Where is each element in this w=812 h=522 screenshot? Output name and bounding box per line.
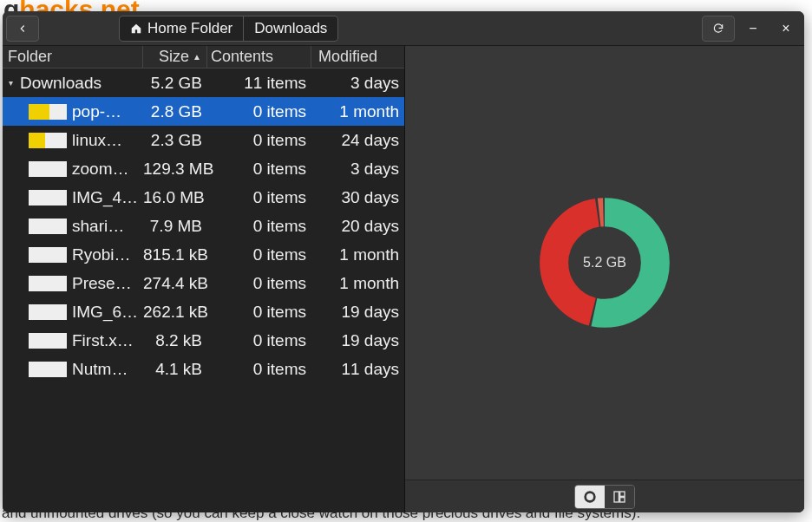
row-contents: 0 items — [207, 274, 311, 293]
row-size: 16.0 MB — [143, 188, 207, 207]
row-modified: 1 month — [311, 245, 404, 264]
chevron-left-icon — [16, 23, 29, 35]
close-button[interactable]: × — [771, 16, 801, 42]
row-size: 8.2 kB — [143, 331, 207, 350]
row-contents: 0 items — [207, 360, 311, 379]
titlebar: Home Folder Downloads − × — [3, 11, 804, 46]
row-size: 2.8 GB — [143, 102, 207, 121]
col-folder[interactable]: Folder — [3, 46, 143, 68]
col-size[interactable]: Size ▲ — [143, 46, 207, 68]
size-swatch — [29, 161, 67, 177]
row-contents: 0 items — [207, 160, 311, 179]
treemap-icon — [612, 490, 626, 504]
view-toggle — [574, 485, 635, 509]
row-contents: 0 items — [207, 217, 311, 236]
row-contents: 0 items — [207, 303, 311, 322]
row-modified: 19 days — [311, 303, 404, 322]
row-contents: 0 items — [207, 131, 311, 150]
col-contents[interactable]: Contents — [207, 46, 311, 68]
row-modified: 20 days — [311, 217, 404, 236]
minimize-button[interactable]: − — [738, 16, 768, 42]
view-toolbar — [405, 480, 804, 512]
row-name: linux… — [72, 131, 122, 150]
table-row[interactable]: shari…7.9 MB0 items20 days — [3, 212, 404, 240]
row-name: Prese… — [72, 274, 132, 293]
row-contents: 0 items — [207, 188, 311, 207]
size-swatch — [29, 190, 67, 206]
breadcrumb-downloads[interactable]: Downloads — [244, 16, 337, 41]
ring-icon — [583, 490, 597, 504]
rows-container: ▾ Downloads 5.2 GB 11 items 3 days pop-…… — [3, 69, 404, 512]
column-headers: Folder Size ▲ Contents Modified — [3, 46, 404, 69]
home-icon — [130, 23, 142, 35]
row-size: 2.3 GB — [143, 131, 207, 150]
svg-rect-1 — [614, 492, 619, 502]
back-button[interactable] — [6, 16, 39, 42]
treemap-view-button[interactable] — [605, 486, 634, 508]
row-modified: 24 days — [311, 131, 404, 150]
row-modified: 3 days — [311, 160, 404, 179]
size-swatch — [29, 133, 67, 148]
row-size: 5.2 GB — [143, 74, 207, 93]
parent-row[interactable]: ▾ Downloads 5.2 GB 11 items 3 days — [3, 69, 404, 97]
col-size-label: Size — [159, 48, 189, 66]
row-name: zoom… — [72, 160, 128, 179]
chart-area: 5.2 GB — [405, 46, 804, 480]
svg-rect-2 — [620, 492, 625, 496]
disk-usage-window: Home Folder Downloads − × Folder Size ▲ … — [3, 11, 804, 512]
size-swatch — [29, 276, 67, 291]
table-row[interactable]: zoom…129.3 MB0 items3 days — [3, 154, 404, 183]
row-name: First.x… — [72, 331, 134, 350]
refresh-button[interactable] — [702, 16, 735, 42]
row-name: Downloads — [20, 74, 102, 93]
ring-view-button[interactable] — [575, 486, 605, 508]
row-size: 262.1 kB — [143, 303, 207, 322]
table-row[interactable]: First.x…8.2 kB0 items19 days — [3, 326, 404, 355]
row-name: Ryobi… — [72, 245, 131, 264]
chart-pane: 5.2 GB — [405, 46, 804, 512]
row-modified: 1 month — [311, 102, 404, 121]
table-row[interactable]: pop-…2.8 GB0 items1 month — [3, 97, 404, 126]
row-size: 815.1 kB — [143, 245, 207, 264]
row-contents: 0 items — [207, 102, 311, 121]
row-size: 129.3 MB — [143, 160, 207, 179]
table-row[interactable]: Ryobi…815.1 kB0 items1 month — [3, 240, 404, 269]
size-swatch — [29, 304, 67, 320]
table-row[interactable]: IMG_4…16.0 MB0 items30 days — [3, 183, 404, 212]
table-row[interactable]: Prese…274.4 kB0 items1 month — [3, 269, 404, 297]
expand-icon[interactable]: ▾ — [6, 78, 15, 88]
row-contents: 0 items — [207, 331, 311, 350]
sort-indicator-icon: ▲ — [193, 52, 201, 62]
row-size: 7.9 MB — [143, 217, 207, 236]
row-contents: 0 items — [207, 245, 311, 264]
table-row[interactable]: linux…2.3 GB0 items24 days — [3, 126, 404, 154]
refresh-icon — [712, 23, 724, 35]
breadcrumb-home[interactable]: Home Folder — [120, 16, 244, 41]
col-modified[interactable]: Modified — [311, 46, 404, 68]
row-name: IMG_6… — [72, 303, 138, 322]
row-size: 274.4 kB — [143, 274, 207, 293]
row-modified: 3 days — [311, 74, 404, 93]
row-name: IMG_4… — [72, 188, 138, 207]
content-area: Folder Size ▲ Contents Modified ▾ Downlo… — [3, 46, 804, 512]
size-swatch — [29, 333, 67, 349]
size-swatch — [29, 247, 67, 263]
svg-rect-3 — [620, 497, 625, 501]
table-row[interactable]: IMG_6…262.1 kB0 items19 days — [3, 297, 404, 326]
breadcrumb: Home Folder Downloads — [119, 16, 338, 42]
table-row[interactable]: Nutm…4.1 kB0 items11 days — [3, 355, 404, 383]
row-modified: 1 month — [311, 274, 404, 293]
file-tree-pane: Folder Size ▲ Contents Modified ▾ Downlo… — [3, 46, 405, 512]
size-swatch — [29, 362, 67, 377]
breadcrumb-label: Downloads — [254, 20, 327, 37]
donut-chart: 5.2 GB — [538, 196, 671, 330]
row-name: pop-… — [72, 102, 121, 121]
row-modified: 30 days — [311, 188, 404, 207]
donut-center-label: 5.2 GB — [538, 196, 671, 330]
size-swatch — [29, 219, 67, 234]
row-name: shari… — [72, 217, 124, 236]
row-size: 4.1 kB — [143, 360, 207, 379]
row-modified: 11 days — [311, 360, 404, 379]
row-modified: 19 days — [311, 331, 404, 350]
size-swatch — [29, 104, 67, 120]
